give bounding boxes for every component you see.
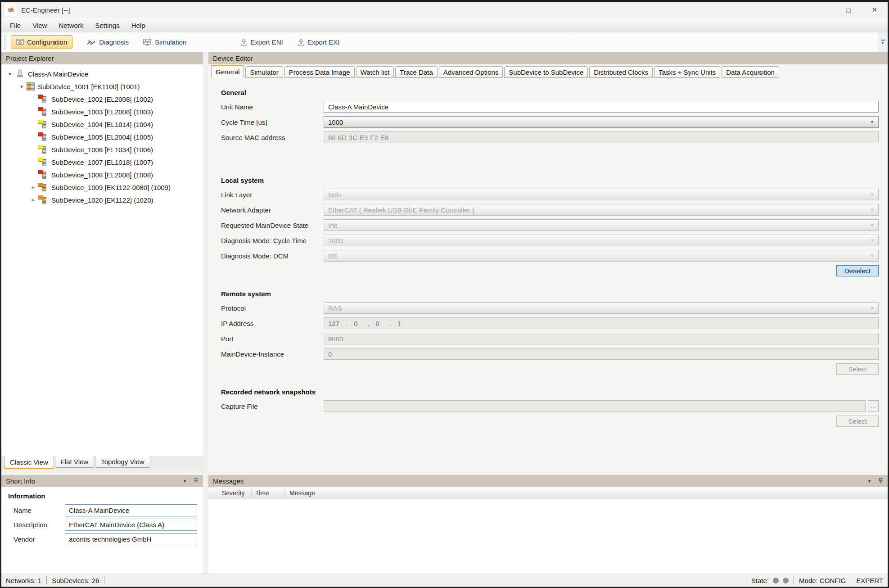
tab-topology-view[interactable]: Topology View (95, 456, 150, 468)
section-general: General (221, 89, 879, 96)
export-arrow-icon (240, 38, 247, 46)
menu-view[interactable]: View (27, 18, 53, 32)
tree-item-subdevice-1004[interactable]: SubDevice_1004 [EL1014] (1004) (1, 118, 203, 131)
pin-icon[interactable] (194, 477, 199, 485)
information-title: Information (8, 492, 197, 500)
deselect-button[interactable]: Deselect (836, 265, 879, 276)
browse-button[interactable]: … (868, 400, 879, 412)
chevron-down-icon: ▼ (870, 208, 874, 212)
tree-item-subdevice-1007[interactable]: SubDevice_1007 [EL1018] (1007) (1, 156, 203, 168)
remote-select-button[interactable]: Select (836, 363, 879, 375)
link-layer-label: Link Layer (221, 191, 324, 199)
tree-item-subdevice-1006[interactable]: SubDevice_1006 [EL1034] (1006) (1, 143, 203, 156)
messages-list (208, 499, 888, 574)
section-local-system: Local system (221, 176, 879, 184)
vendor-input[interactable]: acontis technologies GmbH (65, 533, 197, 545)
diagnosis-button[interactable]: Diagnosis (87, 38, 129, 46)
tab-advanced-options[interactable]: Advanced Options (439, 66, 503, 78)
tab-watch-list[interactable]: Watch list (356, 66, 394, 78)
networks-count: Networks: 1 (6, 577, 41, 584)
tree-item-subdevice-1002[interactable]: SubDevice_1002 [EL2008] (1002) (1, 93, 203, 105)
tree-item-subdevice-1009[interactable]: ▶ SubDevice_1009 [EK1122-0080] (1009) (1, 181, 203, 194)
tab-distributed-clocks[interactable]: Distributed Clocks (589, 66, 653, 78)
vendor-label: Vendor (8, 535, 65, 543)
link-layer-select: Ndis ▼ (324, 189, 879, 200)
cycle-time-label: Cycle Time [us] (221, 118, 324, 126)
collapse-chevron-icon[interactable]: ▼ (183, 479, 187, 484)
device-tree: ▼ Class-A MainDevice ▼ SubDevice_1001 [E… (1, 64, 203, 456)
export-exi-button[interactable]: Export EXI (298, 38, 340, 46)
source-mac-field: 60-6D-3C-E3-F2-E8 (324, 131, 879, 143)
section-snapshots: Recorded network snapshots (221, 388, 879, 396)
protocol-label: Protocol (221, 304, 324, 312)
expander-open-icon: ▼ (19, 84, 24, 89)
name-input[interactable]: Class-A MainDevice (65, 504, 197, 516)
requested-state-label: Requested MainDevice State (221, 222, 324, 229)
cycle-time-select[interactable]: 1000 ▼ (324, 116, 879, 128)
tab-subdevice-to-subdevice[interactable]: SubDevice to SubDevice (504, 66, 588, 78)
junction-terminal-icon (38, 195, 48, 204)
menu-network[interactable]: Network (53, 18, 89, 32)
unit-name-input[interactable]: Class-A MainDevice (324, 101, 879, 113)
input-terminal-icon (38, 158, 48, 167)
tree-item-subdevice-1005[interactable]: SubDevice_1005 [EL2004] (1005) (1, 131, 203, 143)
app-window: EC-Engineer [--] – □ ✕ File View Network… (0, 0, 889, 588)
tab-data-acquisition[interactable]: Data Acquisition (722, 66, 779, 78)
export-arrow-icon (298, 38, 304, 46)
toolbar: Configuration Diagnosis Simulation Expor… (1, 32, 888, 52)
output-terminal-icon (38, 107, 48, 116)
chevron-down-icon: ▼ (881, 41, 884, 45)
snapshot-select-button[interactable]: Select (836, 416, 879, 427)
diagnosis-waveform-icon (87, 39, 96, 46)
menu-help[interactable]: Help (126, 18, 151, 32)
tree-item-maindevice[interactable]: ▼ Class-A MainDevice (1, 68, 203, 80)
tree-item-subdevice-1008[interactable]: SubDevice_1008 [EL2008] (1008) (1, 168, 203, 181)
tree-item-subdevice-1001[interactable]: ▼ SubDevice_1001 [EK1100] (1001) (1, 80, 203, 93)
port-field: 6000 (324, 333, 879, 344)
simulation-monitor-icon (143, 39, 152, 46)
project-explorer-panel: Project Explorer ▼ Class-A MainDevice (1, 52, 203, 470)
diag-dcm-select: Off ▼ (324, 250, 879, 262)
configuration-button[interactable]: Configuration (11, 35, 72, 49)
expander-closed-icon: ▶ (32, 198, 35, 202)
horizontal-splitter[interactable] (1, 470, 888, 475)
maindevice-icon (15, 69, 25, 78)
short-info-header: Short Info ▼ (1, 475, 203, 487)
vertical-splitter[interactable] (203, 52, 208, 470)
tree-item-subdevice-1003[interactable]: SubDevice_1003 [EL2008] (1003) (1, 105, 203, 118)
tab-general[interactable]: General (211, 65, 244, 78)
chevron-down-icon: ▼ (870, 238, 874, 243)
pin-icon[interactable] (878, 477, 883, 485)
input-terminal-icon (38, 145, 48, 154)
maximize-icon[interactable]: □ (835, 2, 862, 18)
tree-item-subdevice-1020[interactable]: ▶ SubDevice_1020 [EK1122] (1020) (1, 194, 203, 206)
tab-flat-view[interactable]: Flat View (55, 456, 94, 468)
menu-file[interactable]: File (4, 18, 27, 32)
export-eni-button[interactable]: Export ENI (240, 38, 283, 46)
column-severity[interactable]: Severity (222, 487, 252, 499)
coupler-icon (27, 82, 35, 90)
network-adapter-select: EtherCAT ( Realtek USB GbE Family Contro… (324, 204, 879, 216)
configuration-window-icon (16, 39, 24, 45)
toolbar-overflow-button[interactable]: ▼ (878, 32, 888, 52)
close-icon[interactable]: ✕ (862, 2, 888, 18)
minimize-icon[interactable]: – (809, 2, 835, 18)
tab-classic-view[interactable]: Classic View (4, 456, 54, 469)
description-label: Description (8, 521, 65, 529)
tab-simulator[interactable]: Simulator (245, 66, 283, 78)
tab-process-data-image[interactable]: Process Data Image (284, 66, 355, 78)
column-time[interactable]: Time (252, 487, 285, 499)
expander-closed-icon: ▶ (32, 185, 35, 190)
expander-open-icon: ▼ (8, 72, 12, 77)
column-message[interactable]: Message (285, 487, 315, 499)
tab-tasks-sync-units[interactable]: Tasks + Sync Units (654, 66, 720, 78)
collapse-chevron-icon[interactable]: ▼ (867, 479, 871, 484)
menu-settings[interactable]: Settings (89, 18, 125, 32)
simulation-button[interactable]: Simulation (143, 38, 186, 46)
tab-trace-data[interactable]: Trace Data (395, 66, 438, 78)
vertical-splitter[interactable] (203, 475, 208, 574)
project-explorer-header: Project Explorer (1, 52, 203, 64)
description-input[interactable]: EtherCAT MainDevice (Class A) (65, 519, 197, 531)
ip-address-label: IP Address (221, 320, 324, 327)
toolbar-grip (5, 36, 6, 49)
